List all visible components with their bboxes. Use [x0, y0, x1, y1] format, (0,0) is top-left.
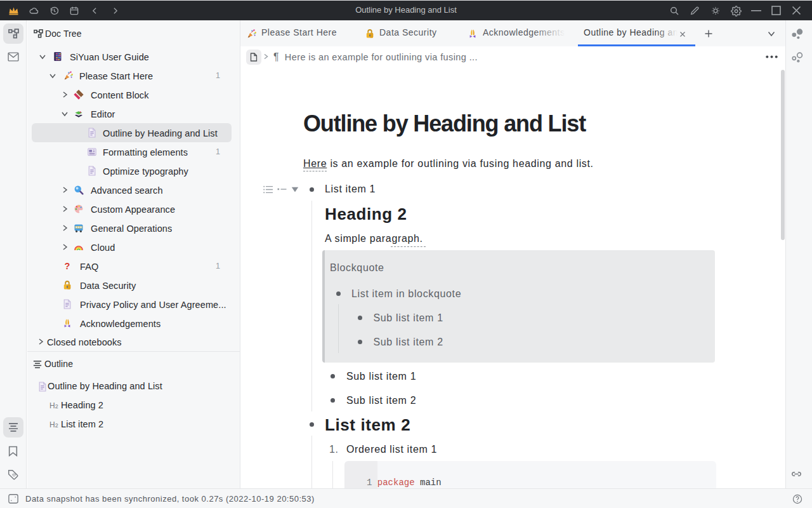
svg-text:?: ?: [65, 261, 70, 271]
